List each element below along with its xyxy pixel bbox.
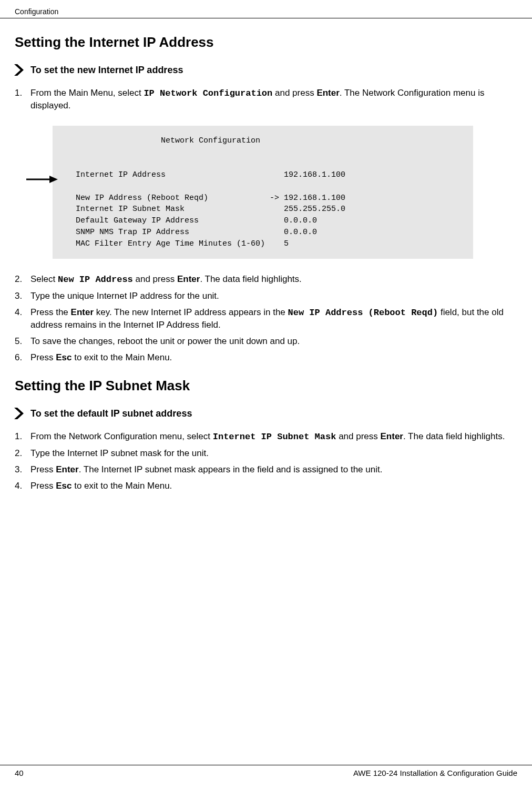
step-text: From the Main Menu, select IP Network Co… xyxy=(30,87,517,112)
step-number: 1. xyxy=(15,87,30,112)
step-text: Type the Internet IP subnet mask for the… xyxy=(30,448,517,460)
text: and press xyxy=(272,88,316,98)
step-1-2: 2. Select New IP Address and press Enter… xyxy=(15,274,517,286)
steps-list-1: 1. From the Main Menu, select IP Network… xyxy=(15,87,517,112)
step-number: 1. xyxy=(15,431,30,443)
steps-list-2: 1. From the Network Configuration menu, … xyxy=(15,431,517,492)
key-name: Enter xyxy=(316,88,339,98)
step-1-3: 3. Type the unique Internet IP address f… xyxy=(15,290,517,302)
key-name: Enter xyxy=(71,307,94,317)
code-text: Internet IP Subnet Mask xyxy=(213,432,336,442)
step-text: To save the changes, reboot the unit or … xyxy=(30,336,517,348)
text: From the Network Configuration menu, sel… xyxy=(30,431,213,441)
step-text: Select New IP Address and press Enter. T… xyxy=(30,274,517,286)
step-number: 6. xyxy=(15,352,30,364)
key-name: Esc xyxy=(56,481,71,491)
step-number: 4. xyxy=(15,480,30,492)
steps-list-1-cont: 2. Select New IP Address and press Enter… xyxy=(15,274,517,364)
text: Press xyxy=(30,352,56,362)
procedure-heading-2: To set the default IP subnet address xyxy=(30,408,192,419)
text: Press xyxy=(30,481,56,491)
procedure-title-2: To set the default IP subnet address xyxy=(15,408,517,419)
procedure-arrow-icon xyxy=(13,64,25,76)
heading-setting-ip: Setting the Internet IP Address xyxy=(15,34,517,50)
key-name: Enter xyxy=(177,274,200,284)
step-2-2: 2. Type the Internet IP subnet mask for … xyxy=(15,448,517,460)
text: . The data field highlights. xyxy=(403,431,505,441)
code-text: New IP Address (Reboot Reqd) xyxy=(288,308,438,318)
step-text: Type the unique Internet IP address for … xyxy=(30,290,517,302)
key-name: Enter xyxy=(56,464,78,474)
terminal-line: New IP Address (Reboot Reqd) -> 192.168.… xyxy=(76,194,345,203)
text: and press xyxy=(336,431,380,441)
text: to exit to the Main Menu. xyxy=(71,352,172,362)
page-header: Configuration xyxy=(0,0,532,18)
svg-marker-2 xyxy=(49,176,58,183)
terminal-block-wrapper: Network Configuration Internet IP Addres… xyxy=(53,126,473,259)
page-footer: 40 AWE 120-24 Installation & Configurati… xyxy=(0,765,532,777)
svg-marker-0 xyxy=(14,64,24,76)
terminal-line: SNMP NMS Trap IP Address 0.0.0.0 xyxy=(76,228,317,237)
terminal-line: Default Gateway IP Address 0.0.0.0 xyxy=(76,216,317,225)
terminal-line: Internet IP Subnet Mask 255.255.255.0 xyxy=(76,205,345,214)
step-text: Press Enter. The Internet IP subnet mask… xyxy=(30,464,517,476)
terminal-title: Network Configuration xyxy=(76,136,260,145)
code-text: IP Network Configuration xyxy=(144,88,272,98)
step-2-4: 4. Press Esc to exit to the Main Menu. xyxy=(15,480,517,492)
text: Press the xyxy=(30,307,71,317)
step-text: Press Esc to exit to the Main Menu. xyxy=(30,480,517,492)
page-number: 40 xyxy=(15,768,24,777)
terminal-output: Network Configuration Internet IP Addres… xyxy=(53,126,473,259)
step-2-1: 1. From the Network Configuration menu, … xyxy=(15,431,517,443)
step-2-3: 3. Press Enter. The Internet IP subnet m… xyxy=(15,464,517,476)
text: From the Main Menu, select xyxy=(30,88,144,98)
step-number: 3. xyxy=(15,290,30,302)
step-number: 2. xyxy=(15,448,30,460)
heading-setting-subnet: Setting the IP Subnet Mask xyxy=(15,378,517,394)
page-content: Setting the Internet IP Address To set t… xyxy=(0,18,532,492)
text: . The Internet IP subnet mask appears in… xyxy=(79,464,383,474)
pointer-arrow-icon xyxy=(26,176,58,185)
terminal-line: Internet IP Address 192.168.1.100 xyxy=(76,170,345,179)
svg-marker-3 xyxy=(14,408,24,419)
step-number: 2. xyxy=(15,274,30,286)
step-1-4: 4. Press the Enter key. The new Internet… xyxy=(15,307,517,331)
text: key. The new Internet IP address appears… xyxy=(94,307,288,317)
terminal-line: MAC Filter Entry Age Time Minutes (1-60)… xyxy=(76,239,289,248)
text: to exit to the Main Menu. xyxy=(71,481,172,491)
key-name: Enter xyxy=(381,431,403,441)
text: . The data field highlights. xyxy=(200,274,301,284)
document-title: AWE 120-24 Installation & Configuration … xyxy=(353,768,517,777)
step-number: 3. xyxy=(15,464,30,476)
code-text: New IP Address xyxy=(58,275,133,285)
step-1-1: 1. From the Main Menu, select IP Network… xyxy=(15,87,517,112)
text: Select xyxy=(30,274,58,284)
procedure-title-1: To set the new Internet IP address xyxy=(15,64,517,76)
step-1-6: 6. Press Esc to exit to the Main Menu. xyxy=(15,352,517,364)
key-name: Esc xyxy=(56,352,71,362)
step-text: Press the Enter key. The new Internet IP… xyxy=(30,307,517,331)
step-number: 4. xyxy=(15,307,30,331)
procedure-heading-1: To set the new Internet IP address xyxy=(30,65,183,76)
step-number: 5. xyxy=(15,336,30,348)
header-section-label: Configuration xyxy=(15,7,58,16)
step-text: From the Network Configuration menu, sel… xyxy=(30,431,517,443)
step-text: Press Esc to exit to the Main Menu. xyxy=(30,352,517,364)
step-1-5: 5. To save the changes, reboot the unit … xyxy=(15,336,517,348)
text: and press xyxy=(133,274,177,284)
procedure-arrow-icon xyxy=(13,408,25,419)
text: Press xyxy=(30,464,56,474)
